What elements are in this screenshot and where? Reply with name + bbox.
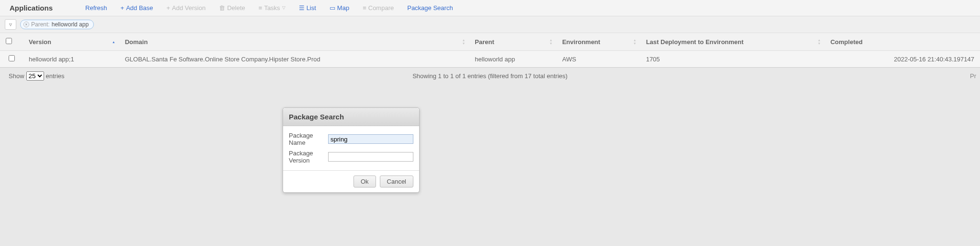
pager-entries-label: entries bbox=[46, 72, 65, 80]
dialog-title: Package Search bbox=[283, 108, 419, 126]
col-completed[interactable]: Completed bbox=[825, 33, 980, 51]
select-all-header bbox=[0, 33, 23, 51]
tasks-button: ≡Tasks▽ bbox=[259, 4, 285, 12]
select-all-checkbox[interactable] bbox=[6, 38, 12, 44]
table-row[interactable]: helloworld app;1 GLOBAL.Santa Fe Softwar… bbox=[0, 51, 980, 68]
col-environment-label: Environment bbox=[562, 38, 600, 46]
filter-chip-label: Parent: bbox=[31, 21, 50, 28]
sort-icon: ▲▼ bbox=[818, 38, 821, 45]
filter-toggle-button[interactable]: ▿ bbox=[5, 19, 16, 30]
cell-domain: GLOBAL.Santa Fe Software.Online Store Co… bbox=[119, 51, 469, 68]
filter-bar: ▿ × Parent: helloworld app bbox=[0, 16, 980, 33]
sort-icon: ▲▼ bbox=[462, 38, 465, 45]
trash-icon: 🗑 bbox=[219, 5, 225, 11]
row-checkbox[interactable] bbox=[9, 55, 15, 61]
map-view-button[interactable]: ▭Map bbox=[330, 4, 349, 12]
col-domain[interactable]: Domain▲▼ bbox=[119, 33, 469, 51]
pager: Show 25 entries Showing 1 to 1 of 1 entr… bbox=[0, 68, 980, 84]
list-view-button[interactable]: ☰List bbox=[299, 4, 316, 12]
col-last-deploy-label: Last Deployment to Environment bbox=[646, 38, 744, 46]
pager-right: Pr bbox=[970, 72, 976, 80]
cell-version: helloworld app;1 bbox=[23, 51, 119, 68]
cell-completed: 2022-05-16 21:40:43.197147 bbox=[825, 51, 980, 68]
package-version-label: Package Version bbox=[289, 150, 323, 164]
compare-icon: ≡ bbox=[363, 5, 366, 11]
col-last-deploy[interactable]: Last Deployment to Environment▲▼ bbox=[640, 33, 825, 51]
col-parent[interactable]: Parent▲▼ bbox=[469, 33, 556, 51]
compare-button: ≡Compare bbox=[363, 4, 394, 12]
col-environment[interactable]: Environment▲▼ bbox=[557, 33, 640, 51]
toolbar: Applications Refresh +Add Base +Add Vers… bbox=[0, 0, 980, 16]
filter-chip-value: helloworld app bbox=[52, 21, 89, 28]
package-version-input[interactable] bbox=[328, 152, 413, 162]
map-icon: ▭ bbox=[330, 5, 335, 11]
funnel-icon: ▿ bbox=[9, 21, 12, 28]
refresh-button[interactable]: Refresh bbox=[85, 4, 107, 12]
package-name-label: Package Name bbox=[289, 132, 323, 146]
package-search-button[interactable]: Package Search bbox=[407, 4, 453, 12]
page-title: Applications bbox=[10, 4, 53, 12]
package-name-input[interactable] bbox=[328, 134, 413, 144]
cell-last-deploy: 1705 bbox=[640, 51, 825, 68]
add-version-button: +Add Version bbox=[167, 4, 206, 12]
remove-filter-icon[interactable]: × bbox=[23, 22, 29, 27]
plus-icon: + bbox=[167, 5, 171, 11]
cell-parent: helloworld app bbox=[469, 51, 556, 68]
cell-environment: AWS bbox=[557, 51, 640, 68]
plus-icon: + bbox=[121, 5, 125, 11]
filter-chip-parent[interactable]: × Parent: helloworld app bbox=[20, 20, 94, 29]
list-icon: ≡ bbox=[259, 5, 262, 11]
pager-show-label: Show bbox=[9, 72, 24, 80]
col-completed-label: Completed bbox=[831, 38, 863, 46]
package-search-dialog: Package Search Package Name Package Vers… bbox=[283, 107, 420, 193]
col-version[interactable]: Version▲ bbox=[23, 33, 119, 51]
col-parent-label: Parent bbox=[475, 38, 494, 46]
sort-icon: ▲ bbox=[112, 40, 115, 44]
applications-table: Version▲ Domain▲▼ Parent▲▼ Environment▲▼… bbox=[0, 33, 980, 68]
col-version-label: Version bbox=[29, 38, 51, 46]
ok-button[interactable]: Ok bbox=[353, 176, 376, 187]
delete-button: 🗑Delete bbox=[219, 4, 245, 12]
cancel-button[interactable]: Cancel bbox=[380, 176, 413, 187]
pager-info: Showing 1 to 1 of 1 entries (filtered fr… bbox=[412, 72, 568, 80]
col-domain-label: Domain bbox=[125, 38, 148, 46]
add-base-button[interactable]: +Add Base bbox=[121, 4, 153, 12]
chevron-down-icon: ▽ bbox=[282, 6, 285, 10]
list-icon: ☰ bbox=[299, 5, 305, 11]
page-size-select[interactable]: 25 bbox=[26, 71, 44, 81]
sort-icon: ▲▼ bbox=[549, 38, 553, 45]
sort-icon: ▲▼ bbox=[633, 38, 637, 45]
